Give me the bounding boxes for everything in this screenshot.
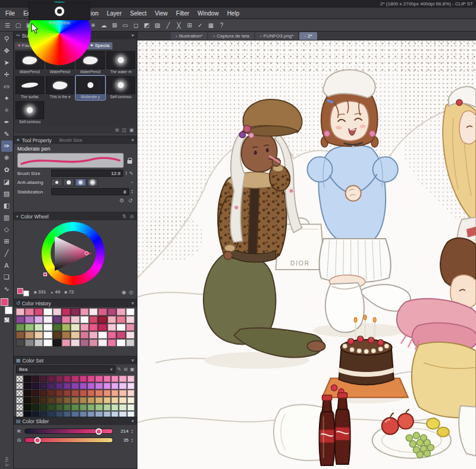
color-swatch[interactable] xyxy=(16,411,23,417)
pencil-tool[interactable]: ✎ xyxy=(1,129,12,140)
stabilization-slider[interactable]: 8 xyxy=(51,188,129,195)
main-menu-icon[interactable]: ☰ xyxy=(2,20,12,30)
color-swatch[interactable] xyxy=(126,308,134,315)
color-swatch[interactable] xyxy=(48,397,55,404)
color-swatch[interactable] xyxy=(71,324,79,331)
color-swatch[interactable] xyxy=(35,316,43,323)
color-swatch[interactable] xyxy=(104,404,111,411)
color-set-header[interactable]: ▦ Color Set ▾ xyxy=(14,357,137,364)
stabilization-stepper[interactable] xyxy=(131,189,133,194)
color-swatch[interactable] xyxy=(80,383,87,389)
color-swatch[interactable] xyxy=(56,404,63,411)
color-swatch[interactable] xyxy=(25,339,33,346)
color-swatch[interactable] xyxy=(108,332,116,339)
color-swatch[interactable] xyxy=(117,332,125,339)
color-swatch[interactable] xyxy=(71,316,79,323)
color-swatch[interactable] xyxy=(126,332,134,339)
color-swatch[interactable] xyxy=(16,397,23,404)
color-swatch[interactable] xyxy=(48,376,55,382)
pen-tool[interactable]: ✒ xyxy=(1,117,12,128)
color-swatch[interactable] xyxy=(24,411,31,417)
color-swatch[interactable] xyxy=(98,308,107,315)
selection-border-icon[interactable]: ▨ xyxy=(152,20,162,30)
color-swatch[interactable] xyxy=(64,404,71,411)
color-swatch[interactable] xyxy=(111,404,118,411)
color-swatch[interactable] xyxy=(62,332,70,339)
sv-marker[interactable] xyxy=(84,251,89,255)
color-swatch[interactable] xyxy=(89,308,98,315)
color-swatch[interactable] xyxy=(64,383,71,389)
add-subtool-icon[interactable]: ⊞ xyxy=(115,127,119,133)
transparent-color-swatch[interactable] xyxy=(4,317,10,323)
tool-property-header[interactable]: ✦ Tool Property Brush Size ▾ xyxy=(14,136,137,144)
help-icon[interactable]: ? xyxy=(217,20,227,30)
snap-grid-icon[interactable]: ⊞ xyxy=(184,20,195,30)
color-swatch[interactable] xyxy=(119,383,126,389)
color-swatch[interactable] xyxy=(89,324,98,331)
panel-menu-icon[interactable]: ▾ xyxy=(131,137,134,143)
select-rectangle-icon[interactable]: ▭ xyxy=(120,20,130,30)
clear-selection-icon[interactable]: ⊠ xyxy=(109,20,120,30)
color-swatch[interactable] xyxy=(62,316,70,323)
color-swatch[interactable] xyxy=(111,376,118,382)
fill-tool[interactable]: ◧ xyxy=(1,200,12,211)
color-swatch[interactable] xyxy=(111,383,118,389)
color-swatch[interactable] xyxy=(80,316,89,323)
color-swatch[interactable] xyxy=(16,376,23,382)
color-swatch[interactable] xyxy=(62,339,70,346)
color-swatch[interactable] xyxy=(119,376,126,382)
color-swatch[interactable] xyxy=(104,390,111,396)
deselect-icon[interactable]: ◻ xyxy=(131,20,141,30)
selection-tool[interactable]: ▭ xyxy=(1,81,12,92)
snap-ruler-icon[interactable]: ╱ xyxy=(163,20,173,30)
color-swatch[interactable] xyxy=(53,308,61,315)
color-swatch[interactable] xyxy=(40,383,47,389)
document-canvas[interactable]: DIOR xyxy=(137,40,476,469)
zoom-tool[interactable]: ⚲ xyxy=(1,33,12,45)
doc-tab-funfo3[interactable]: FUNFO3.png* xyxy=(255,32,299,40)
doc-tab-illustration[interactable]: Illustration* xyxy=(171,32,207,40)
color-swatch[interactable] xyxy=(53,339,61,346)
color-swatch[interactable] xyxy=(95,411,102,417)
color-swatch[interactable] xyxy=(35,339,43,346)
anti-aliasing-option[interactable] xyxy=(63,179,74,186)
color-swatch[interactable] xyxy=(71,390,79,396)
lock-icon[interactable] xyxy=(126,157,133,164)
stabilization-value[interactable]: 8 xyxy=(124,189,126,195)
anti-aliasing-option[interactable] xyxy=(87,179,98,186)
menu-window[interactable]: Window xyxy=(193,10,223,17)
color-swatch[interactable] xyxy=(56,376,63,382)
color-swatch[interactable] xyxy=(95,404,102,411)
pen-pressure-icon[interactable]: ✎ xyxy=(129,171,133,176)
menu-view[interactable]: View xyxy=(151,10,172,17)
brush-preset[interactable]: The water m xyxy=(106,51,136,75)
color-slider-side-tab[interactable]: HLS xyxy=(5,457,9,467)
color-swatch[interactable] xyxy=(108,339,116,346)
color-swatch[interactable] xyxy=(80,324,89,331)
subtool-tab-special[interactable]: ✦ Specia xyxy=(87,42,112,49)
channel-stepper[interactable] xyxy=(131,429,133,434)
correction-check-icon[interactable]: ✓ xyxy=(195,20,205,30)
edit-color-set-icon[interactable]: ✎ xyxy=(117,367,121,372)
line-correction-tool[interactable]: ∿ xyxy=(1,283,12,295)
color-swatch[interactable] xyxy=(127,383,134,389)
color-swatch[interactable] xyxy=(87,383,95,389)
color-swatch[interactable] xyxy=(108,316,116,323)
background-color-swatch[interactable] xyxy=(5,307,12,314)
blend-tool[interactable]: ▨ xyxy=(1,188,12,199)
color-swatch[interactable] xyxy=(56,390,63,396)
color-swatch[interactable] xyxy=(43,332,52,339)
panel-menu-icon[interactable]: ▾ xyxy=(131,358,134,363)
color-swatch[interactable] xyxy=(98,332,107,339)
color-swatch[interactable] xyxy=(71,308,79,315)
text-tool[interactable]: A xyxy=(1,259,12,271)
brush-preset[interactable]: The surfac xyxy=(15,76,45,100)
color-swatch[interactable] xyxy=(104,376,111,382)
gradient-tool[interactable]: ▥ xyxy=(1,212,12,223)
menu-filter[interactable]: Filter xyxy=(172,10,193,17)
color-swatch[interactable] xyxy=(32,404,39,411)
color-swatch[interactable] xyxy=(53,332,61,339)
color-swatch[interactable] xyxy=(24,397,31,404)
foreground-color-swatch[interactable] xyxy=(1,298,8,306)
doc-tab-2[interactable]: 2* xyxy=(299,32,317,40)
